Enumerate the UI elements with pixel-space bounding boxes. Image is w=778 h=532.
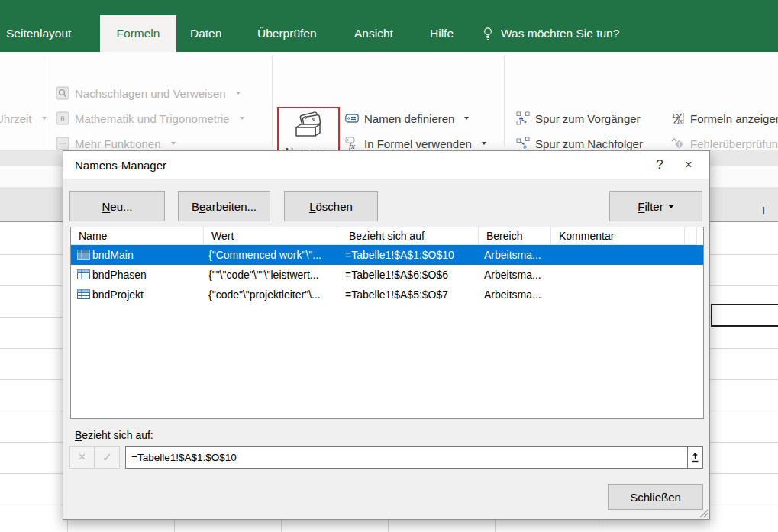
chevron-down-icon bbox=[42, 117, 47, 120]
namen-definieren-label: Namen definieren bbox=[364, 112, 454, 125]
refers-to-input[interactable] bbox=[126, 447, 687, 468]
group-separator bbox=[44, 56, 44, 146]
group-separator bbox=[504, 56, 505, 146]
x-icon: × bbox=[79, 450, 86, 464]
column-header-bereich[interactable]: Bereich bbox=[479, 227, 551, 245]
chevron-down-icon bbox=[236, 92, 241, 95]
svg-text:θ: θ bbox=[60, 114, 64, 123]
row-name: bndPhasen bbox=[92, 265, 204, 285]
help-icon[interactable]: ? bbox=[648, 157, 671, 172]
refers-to-field-wrap bbox=[125, 446, 703, 469]
column-header-name[interactable]: Name bbox=[71, 227, 204, 245]
dialog-title: Namens-Manager bbox=[75, 159, 648, 172]
uhrzeit-label: Uhrzeit bbox=[0, 112, 32, 125]
filter-button[interactable]: Filter bbox=[609, 191, 702, 221]
chevron-down-icon bbox=[668, 205, 674, 208]
refers-to-label: Bezieht sich auf: bbox=[75, 429, 153, 441]
define-name-icon bbox=[345, 111, 359, 125]
row-bereich: Arbeitsma... bbox=[484, 285, 549, 305]
row-wert: {"Commenced work"\"... bbox=[208, 245, 340, 265]
error-checking-icon: ! bbox=[671, 137, 685, 150]
table-row[interactable]: bndPhasen {""\"code"\""\"leistwert... =T… bbox=[71, 265, 703, 285]
more-functions-icon: ··· bbox=[56, 137, 69, 150]
show-formulas-icon: 15 fx bbox=[671, 111, 685, 125]
use-in-formula-icon: fx bbox=[345, 137, 359, 150]
row-bereich: Arbeitsma... bbox=[484, 245, 549, 265]
tab-daten[interactable]: Daten bbox=[190, 15, 221, 52]
svg-text:···: ··· bbox=[60, 140, 66, 147]
cancel-entry-button[interactable]: × bbox=[69, 446, 95, 469]
tab-hilfe[interactable]: Hilfe bbox=[430, 15, 454, 52]
lookup-icon bbox=[56, 86, 69, 100]
trace-dependents-icon bbox=[516, 137, 530, 150]
excel-window: Seitenlayout Formeln Daten Überprüfen An… bbox=[0, 0, 778, 532]
ribbon-item-spur-vorgaenger[interactable]: Spur zum Vorgänger bbox=[516, 108, 641, 128]
row-name: bndProjekt bbox=[92, 285, 204, 305]
ribbon-item-uhrzeit: Uhrzeit bbox=[0, 108, 47, 128]
tab-ansicht[interactable]: Ansicht bbox=[354, 15, 393, 52]
lightbulb-icon bbox=[481, 27, 495, 40]
row-name: bndMain bbox=[92, 245, 204, 265]
spur-vorgaenger-label: Spur zum Vorgänger bbox=[535, 112, 641, 125]
collapse-arrow-icon bbox=[691, 452, 699, 463]
neu-button[interactable]: Neu... bbox=[69, 191, 165, 221]
svg-text:!: ! bbox=[678, 140, 680, 148]
ribbon-item-namen-definieren[interactable]: Namen definieren bbox=[345, 108, 469, 128]
row-bereich: Arbeitsma... bbox=[484, 265, 549, 285]
ribbon: Uhrzeit Nachschlagen und Verweisen θ Mat… bbox=[0, 52, 778, 150]
in-formel-verwenden-label: In Formel verwenden bbox=[364, 137, 472, 150]
column-header-i[interactable]: I bbox=[756, 201, 771, 221]
mathematik-label: Mathematik und Trigonometrie bbox=[75, 112, 230, 125]
ribbon-item-nachschlagen: Nachschlagen und Verweisen bbox=[56, 83, 241, 103]
formeln-anzeigen-label: Formeln anzeigen bbox=[690, 112, 778, 125]
confirm-entry-button[interactable]: ✓ bbox=[95, 446, 120, 469]
row-wert: {""\"code"\""\"leistwert... bbox=[208, 265, 340, 285]
tell-me-search[interactable]: Was möchten Sie tun? bbox=[481, 15, 619, 52]
tell-me-label: Was möchten Sie tun? bbox=[501, 27, 619, 40]
row-bezieht: =Tabelle1!$A$5:$O$7 bbox=[345, 285, 479, 305]
fehlerueberpruefung-label: Fehlerüberprüfung bbox=[690, 137, 778, 150]
named-range-icon bbox=[77, 289, 90, 299]
ribbon-item-formeln-anzeigen[interactable]: 15 fx Formeln anzeigen bbox=[671, 108, 778, 128]
ribbon-item-mathematik: θ Mathematik und Trigonometrie bbox=[56, 108, 244, 128]
chevron-down-icon bbox=[482, 142, 486, 145]
table-row[interactable]: bndProjekt {"code"\"projektleiter"\... =… bbox=[71, 285, 703, 305]
column-header-bezieht[interactable]: Bezieht sich auf bbox=[341, 227, 479, 245]
collapse-dialog-button[interactable] bbox=[687, 447, 702, 468]
bearbeiten-button[interactable]: Bearbeiten... bbox=[178, 191, 270, 221]
selected-cell-outline bbox=[711, 304, 778, 327]
schliessen-button[interactable]: Schließen bbox=[608, 484, 703, 510]
spur-nachfolger-label: Spur zum Nachfolger bbox=[535, 137, 643, 150]
table-row[interactable]: bndMain {"Commenced work"\"... =Tabelle1… bbox=[71, 245, 703, 265]
names-list: Name Wert Bezieht sich auf Bereich Komme… bbox=[70, 227, 704, 419]
named-range-icon bbox=[77, 269, 90, 279]
loeschen-button[interactable]: Löschen bbox=[284, 191, 378, 221]
ribbon-tab-bar: Seitenlayout Formeln Daten Überprüfen An… bbox=[0, 0, 778, 52]
tab-ueberpruefen[interactable]: Überprüfen bbox=[257, 15, 317, 52]
row-bezieht: =Tabelle1!$A$6:$O$6 bbox=[345, 265, 479, 285]
name-manager-dialog: Namens-Manager ? × Neu... Bearbeiten... … bbox=[63, 150, 710, 520]
resize-grip[interactable] bbox=[698, 508, 709, 518]
row-wert: {"code"\"projektleiter"\... bbox=[208, 285, 340, 305]
column-header-wert[interactable]: Wert bbox=[204, 227, 341, 245]
svg-text:fx: fx bbox=[678, 117, 683, 124]
named-range-icon bbox=[77, 250, 90, 260]
chevron-down-icon bbox=[171, 142, 176, 145]
column-header-spacer bbox=[685, 227, 697, 245]
svg-text:fx: fx bbox=[349, 141, 355, 150]
chevron-down-icon bbox=[464, 117, 469, 120]
dialog-titlebar[interactable]: Namens-Manager ? × bbox=[63, 151, 709, 179]
nachschlagen-label: Nachschlagen und Verweisen bbox=[75, 87, 226, 100]
tab-formeln[interactable]: Formeln bbox=[100, 15, 176, 52]
theta-icon: θ bbox=[56, 111, 69, 125]
row-bezieht: =Tabelle1!$A$1:$O$10 bbox=[345, 245, 479, 265]
chevron-down-icon bbox=[240, 117, 244, 120]
tab-seitenlayout[interactable]: Seitenlayout bbox=[6, 15, 71, 52]
group-separator bbox=[272, 56, 273, 146]
close-icon[interactable]: × bbox=[671, 158, 706, 172]
name-manager-icon bbox=[291, 111, 326, 141]
mehr-funktionen-label: Mehr Funktionen bbox=[75, 137, 161, 150]
trace-precedents-icon bbox=[516, 111, 530, 125]
check-icon: ✓ bbox=[102, 450, 112, 465]
column-header-kommentar[interactable]: Kommentar bbox=[551, 227, 685, 245]
